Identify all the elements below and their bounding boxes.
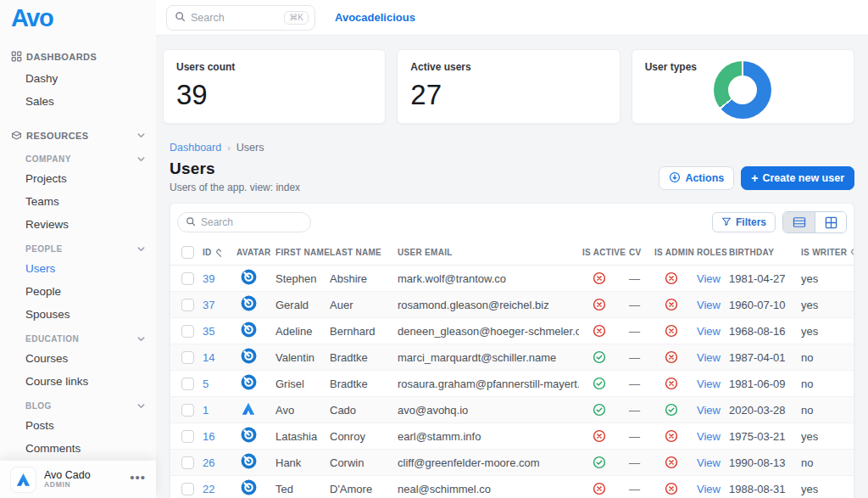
sidebar-item-dashy[interactable]: Dashy bbox=[0, 67, 156, 90]
select-all-checkbox[interactable] bbox=[181, 246, 194, 259]
row-id-link[interactable]: 26 bbox=[203, 456, 214, 469]
row-id-link[interactable]: 16 bbox=[203, 430, 214, 443]
cell-is-writer: yes bbox=[798, 423, 854, 450]
roles-view-link[interactable]: View bbox=[697, 456, 721, 469]
chevron-down-icon[interactable] bbox=[136, 401, 146, 411]
sidebar-item-course-links[interactable]: Course links bbox=[0, 370, 156, 393]
sidebar-item-comments[interactable]: Comments bbox=[0, 437, 156, 460]
row-checkbox[interactable] bbox=[181, 430, 194, 443]
global-search[interactable]: ⌘K bbox=[166, 5, 315, 31]
row-checkbox[interactable] bbox=[181, 483, 194, 495]
row-id-link[interactable]: 5 bbox=[203, 378, 209, 390]
roles-view-link[interactable]: View bbox=[697, 272, 721, 285]
chevron-down-icon[interactable] bbox=[136, 154, 146, 164]
table-search-input[interactable] bbox=[201, 216, 303, 228]
sidebar-user-footer: Avo Cado ADMIN ••• bbox=[0, 461, 156, 498]
cell-user-email: cliff@greenfelder-moore.com bbox=[394, 450, 579, 476]
row-checkbox[interactable] bbox=[181, 272, 194, 285]
cell-last-name: Conroy bbox=[326, 423, 394, 450]
column-header-is_active: IS ACTIVE bbox=[579, 241, 626, 266]
cell-last-name: Corwin bbox=[326, 450, 394, 476]
cell-first-name: Gerald bbox=[272, 292, 326, 318]
row-id-link[interactable]: 37 bbox=[203, 299, 214, 311]
active-check-icon bbox=[593, 403, 606, 417]
x-circle-icon bbox=[665, 456, 678, 469]
sidebar-section-resources[interactable]: RESOURCES bbox=[0, 125, 156, 146]
card-title: Users count bbox=[176, 61, 372, 73]
avatar bbox=[241, 427, 257, 445]
gravatar-icon bbox=[241, 374, 257, 390]
sort-icon[interactable] bbox=[215, 248, 222, 258]
sidebar-group-blog[interactable]: BLOG bbox=[0, 393, 156, 414]
cell-first-name: Grisel bbox=[272, 371, 326, 397]
sidebar-group-company[interactable]: COMPANY bbox=[0, 146, 156, 167]
row-checkbox[interactable] bbox=[181, 456, 194, 469]
roles-view-link[interactable]: View bbox=[697, 430, 721, 443]
column-header-id[interactable]: ID bbox=[199, 241, 233, 266]
table-search[interactable] bbox=[177, 212, 311, 232]
roles-view-link[interactable]: View bbox=[697, 378, 721, 390]
row-checkbox[interactable] bbox=[181, 378, 194, 390]
actions-button[interactable]: Actions bbox=[659, 166, 734, 190]
cell-birthday: 2020-03-28 bbox=[726, 397, 798, 423]
roles-view-link[interactable]: View bbox=[697, 404, 721, 417]
create-new-user-button[interactable]: + Create new user bbox=[741, 166, 854, 190]
sidebar-item-courses[interactable]: Courses bbox=[0, 347, 156, 370]
card-user-types: User types bbox=[632, 49, 854, 124]
workspace-link[interactable]: Avocadelicious bbox=[335, 11, 415, 24]
cell-is-writer: yes bbox=[798, 266, 854, 292]
row-id-link[interactable]: 39 bbox=[203, 272, 214, 285]
roles-view-link[interactable]: View bbox=[697, 299, 721, 311]
row-checkbox[interactable] bbox=[181, 299, 194, 311]
gravatar-icon bbox=[241, 453, 257, 469]
sidebar-item-sales[interactable]: Sales bbox=[0, 90, 156, 113]
x-circle-icon bbox=[665, 350, 678, 364]
topbar: ⌘K Avocadelicious bbox=[156, 0, 868, 36]
filters-button[interactable]: Filters bbox=[712, 212, 776, 232]
search-input[interactable] bbox=[191, 12, 279, 24]
sidebar-group-education[interactable]: EDUCATION bbox=[0, 326, 156, 347]
row-id-link[interactable]: 35 bbox=[203, 325, 214, 338]
breadcrumb-dashboard-link[interactable]: Dashboard bbox=[170, 142, 221, 154]
cell-last-name: Abshire bbox=[326, 266, 394, 292]
roles-view-link[interactable]: View bbox=[697, 325, 721, 338]
card-title: Active users bbox=[410, 61, 606, 73]
sidebar: Avo DASHBOARDS DashySales RESOURCES bbox=[0, 0, 156, 498]
check-circle-icon bbox=[593, 456, 606, 469]
row-id-link[interactable]: 22 bbox=[203, 483, 214, 495]
row-id-link[interactable]: 14 bbox=[203, 351, 214, 364]
row-id-link[interactable]: 1 bbox=[203, 404, 209, 417]
row-checkbox[interactable] bbox=[181, 351, 194, 364]
sidebar-section-dashboards[interactable]: DASHBOARDS bbox=[0, 46, 156, 67]
sidebar-item-posts[interactable]: Posts bbox=[0, 414, 156, 437]
sidebar-item-teams[interactable]: Teams bbox=[0, 190, 156, 213]
grid-view-button[interactable] bbox=[815, 212, 846, 232]
user-avatar[interactable] bbox=[10, 467, 36, 493]
sidebar-item-people[interactable]: People bbox=[0, 280, 156, 303]
row-checkbox[interactable] bbox=[181, 325, 194, 338]
card-value: 39 bbox=[176, 81, 372, 109]
x-circle-icon bbox=[593, 482, 606, 495]
user-menu-button[interactable]: ••• bbox=[130, 470, 146, 490]
cell-last-name: Auer bbox=[326, 292, 394, 318]
sidebar-item-projects[interactable]: Projects bbox=[0, 167, 156, 190]
sidebar-item-reviews[interactable]: Reviews bbox=[0, 213, 156, 236]
chevron-down-icon[interactable] bbox=[136, 244, 146, 254]
brand-logo[interactable]: Avo bbox=[0, 0, 156, 36]
column-header-is_writer[interactable]: IS WRITER bbox=[798, 241, 854, 266]
roles-view-link[interactable]: View bbox=[697, 351, 721, 364]
active-check-icon bbox=[593, 377, 606, 390]
table-view-button[interactable] bbox=[783, 212, 815, 232]
chevron-down-icon[interactable] bbox=[136, 131, 146, 140]
chevron-down-icon[interactable] bbox=[136, 334, 146, 344]
row-checkbox[interactable] bbox=[181, 404, 194, 417]
x-circle-icon bbox=[665, 298, 678, 311]
sidebar-group-people[interactable]: PEOPLE bbox=[0, 236, 156, 257]
sidebar-item-users[interactable]: Users bbox=[0, 257, 156, 280]
gravatar-icon bbox=[241, 348, 257, 364]
current-user-role: ADMIN bbox=[44, 481, 122, 490]
sidebar-item-spouses[interactable]: Spouses bbox=[0, 303, 156, 326]
sort-icon[interactable] bbox=[850, 248, 854, 258]
roles-view-link[interactable]: View bbox=[697, 483, 721, 495]
current-user-name: Avo Cado bbox=[44, 469, 122, 481]
